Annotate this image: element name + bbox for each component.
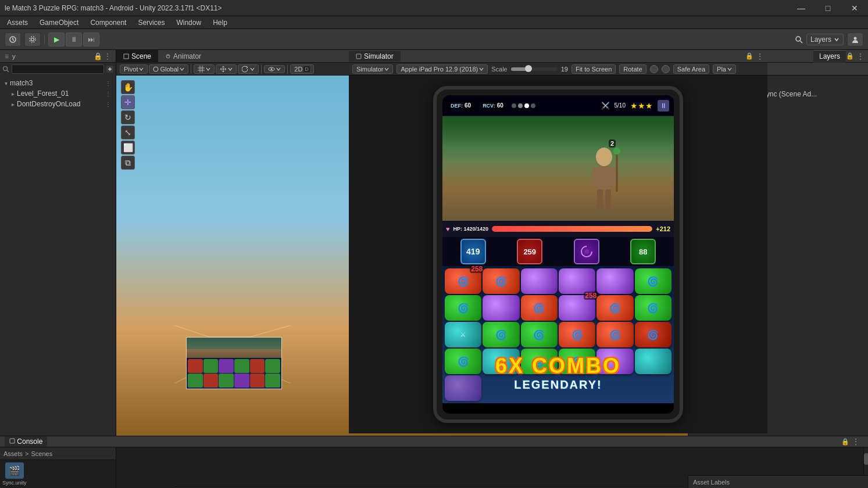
gem-r4c5[interactable] [596,349,633,374]
skill-btn-green[interactable]: 88 [630,239,656,264]
tab-console[interactable]: Console [5,436,47,447]
gem-r2c4[interactable]: 258 [559,295,595,321]
hierarchy-more-icon[interactable]: ⋮ [104,52,111,60]
gem-r4c3[interactable]: 🌀 [521,349,558,374]
grid-snap-btn[interactable] [194,64,215,74]
hierarchy-item-level-forest[interactable]: ▸ Level_Forest_01 ⋮ [0,88,116,99]
scale-slider[interactable] [511,67,558,71]
tab-simulator[interactable]: Simulator [349,51,401,62]
account-btn[interactable] [847,33,863,46]
2d-toggle[interactable]: 2D D [290,64,314,74]
gem-r3c6[interactable]: 🌀 [635,322,671,347]
tab-scene[interactable]: Scene [116,50,158,63]
gem-r3c5[interactable]: 🌀 [596,322,633,347]
svg-line-4 [800,41,802,43]
match-board[interactable]: 🌀258 🌀 🌀 🌀 🌀 258 🌀 🌀 ⚔ 🌀 � [442,266,674,403]
console-more[interactable]: ⋮ [852,437,860,446]
hierarchy-add-icon[interactable] [106,66,113,73]
menu-gameobject[interactable]: GameObject [35,17,83,28]
console-bar: Console 🔒 ⋮ [0,436,868,447]
gem-r3c4[interactable]: 🌀 [559,322,595,347]
gem-r1c4[interactable] [559,268,595,294]
rotate-tool[interactable]: ↻ [121,110,135,124]
gem-r1c2[interactable]: 🌀 [483,268,519,294]
play-controls-dropdown[interactable]: Pla [713,64,736,74]
sim-device-dropdown[interactable]: Simulator [352,64,393,74]
rotate-btn[interactable]: Rotate [619,64,646,74]
gem-r4c4[interactable]: 🌀 [559,349,595,374]
rotate-snap-btn[interactable] [238,64,259,74]
pause-game-btn[interactable]: ⏸ [658,100,669,112]
gem-r2c3[interactable]: 🌀 [521,295,558,321]
right-panel-more[interactable]: ⋮ [856,52,865,61]
gem-r2c5[interactable]: 🌀 [596,295,633,321]
pause-button[interactable]: ⏸ [66,33,82,46]
menu-component[interactable]: Component [85,17,131,28]
hand-tool[interactable]: ✋ [121,80,135,94]
global-dropdown[interactable]: Global [149,64,188,74]
step-button[interactable]: ⏭ [83,33,99,46]
gem-r5c1[interactable] [445,375,481,401]
fit-screen-btn[interactable]: Fit to Screen [571,64,616,74]
transform-tool[interactable]: ⧉ [121,156,135,170]
gem-r3c1[interactable]: ⚔ [445,322,481,347]
hierarchy-item-match3[interactable]: ▾ match3 ⋮ [0,78,116,88]
gem-r4c6[interactable] [635,349,671,374]
gem-r3c2[interactable]: 🌀 [483,322,519,347]
move-snap-btn[interactable] [216,64,237,74]
sim-model-dropdown[interactable]: Apple iPad Pro 12.9 (2018) [397,64,488,74]
sim-more-icon[interactable]: ⋮ [756,52,764,61]
gem-r1c6[interactable]: 🌀 [635,268,671,294]
rotate-indicator[interactable] [650,65,658,73]
tablet-device[interactable]: DEF: 60 RCV: 60 [433,86,683,423]
tab-layers[interactable]: Layers [813,50,846,63]
layers-dropdown[interactable]: Layers [806,34,844,45]
hierarchy-search-input[interactable] [12,64,104,74]
menu-assets[interactable]: Assets [2,17,33,28]
gem-r2c2[interactable] [483,295,519,321]
gem-r1c3[interactable] [521,268,558,294]
console-lock[interactable]: 🔒 [841,438,849,446]
pivot-dropdown[interactable]: Pivot [120,64,148,74]
menu-window[interactable]: Window [172,17,206,28]
gem-r3c3[interactable]: 🌀 [521,322,558,347]
visibility-btn[interactable] [264,65,285,73]
safe-area-btn[interactable]: Safe Area [673,64,709,74]
hierarchy-item-more[interactable]: ⋮ [105,91,111,97]
combo-bonus-text: +212 [656,225,670,232]
gem-r4c1[interactable]: 🌀 [445,349,481,374]
maximize-button[interactable]: □ [815,0,841,16]
right-panel-lock[interactable]: 🔒 [846,52,854,60]
expand-icon: ▾ [5,80,8,87]
translate-tool[interactable]: ✛ [121,95,135,109]
hierarchy-item-more[interactable]: ⋮ [105,101,111,107]
play-button[interactable]: ▶ [48,33,65,46]
skill-btn-red[interactable]: 259 [517,239,542,264]
toolbar-history-btn[interactable] [5,33,21,46]
rect-tool[interactable]: ⬜ [121,141,135,155]
gem-r1c1[interactable]: 🌀258 [445,268,481,294]
gem-r4c2[interactable] [483,349,519,374]
chevron-down-icon [834,37,840,42]
skill-btn-blue[interactable]: 419 [460,239,486,264]
gem-r2c1[interactable]: 🌀 [445,295,481,321]
hierarchy-item-dontdestroy[interactable]: ▸ DontDestroyOnLoad ⋮ [0,99,116,109]
rotate-indicator-2[interactable] [662,65,670,73]
minimize-button[interactable]: — [788,0,815,16]
gem-r1c5[interactable] [596,268,633,294]
sim-lock-icon[interactable]: 🔒 [745,52,753,60]
hierarchy-item-more[interactable]: ⋮ [105,80,111,87]
toolbar-settings-btn[interactable] [24,33,41,46]
rotate-icon [242,66,249,73]
skill-btn-purple[interactable] [574,239,599,264]
close-button[interactable]: ✕ [841,0,868,16]
chevron-icon [276,67,281,71]
menu-help[interactable]: Help [208,17,232,28]
hierarchy-lock-icon[interactable]: 🔒 [94,52,102,60]
tab-animator[interactable]: Animator [158,50,208,63]
scale-tool[interactable]: ⤡ [121,125,135,139]
menu-services[interactable]: Services [133,17,169,28]
project-item-sync[interactable]: 🎬 Sync.unity [2,462,27,486]
gem-r2c6[interactable]: 🌀 [635,295,671,321]
project-item-label: Sync.unity [2,480,27,486]
